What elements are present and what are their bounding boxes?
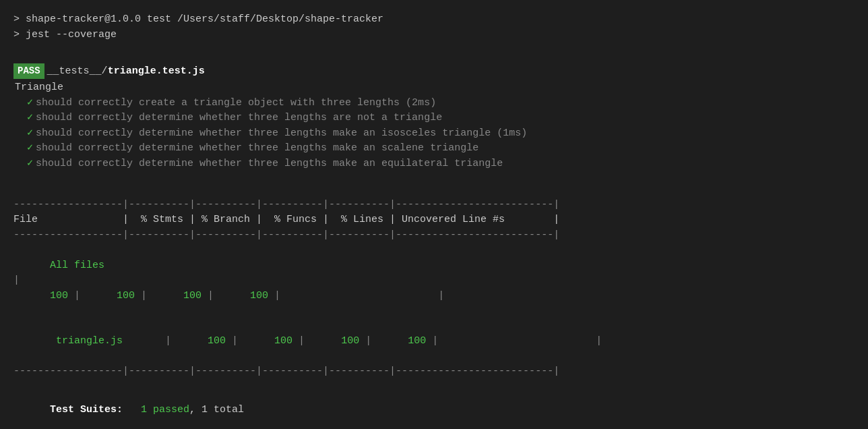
spacer-1	[13, 42, 855, 58]
suites-total: , 1 total	[189, 404, 244, 416]
command-line-2: > jest --coverage	[13, 28, 855, 43]
list-item: ✓should correctly create a triangle obje…	[13, 96, 855, 111]
check-icon-3: ✓	[27, 127, 33, 139]
trianglejs-label: triangle.js	[50, 335, 165, 347]
suites-spacer	[123, 404, 141, 416]
trianglejs-uncovered	[438, 335, 596, 347]
table-row-trianglejs: triangle.js | 100 | 100 | 100 | 100 | |	[13, 319, 855, 365]
test-desc-5: should correctly determine whether three…	[36, 158, 503, 169]
terminal-container: > shape-tracker@1.0.0 test /Users/staff/…	[13, 12, 855, 429]
summary-section: Test Suites: 1 passed, 1 total Tests: 5 …	[13, 388, 855, 430]
table-row-allfiles: All files | 100 | 100 | 100 | 100 | |	[13, 243, 855, 319]
list-item: ✓should correctly determine whether thre…	[13, 156, 855, 172]
test-file-name: triangle.test.js	[108, 65, 205, 77]
test-file-prefix: __tests__/	[47, 65, 108, 77]
command-line-1: > shape-tracker@1.0.0 test /Users/staff/…	[13, 12, 855, 28]
check-icon-4: ✓	[27, 142, 33, 154]
trianglejs-funcs: 100	[305, 335, 365, 347]
test-desc-3: should correctly determine whether three…	[36, 127, 527, 139]
table-separator-mid: ------------------|----------|----------…	[13, 228, 855, 244]
allfiles-lines: 100	[214, 290, 274, 302]
list-item: ✓should correctly determine whether thre…	[13, 141, 855, 156]
table-separator-bottom: ------------------|----------|----------…	[13, 364, 855, 380]
list-item: ✓should correctly determine whether thre…	[13, 126, 855, 142]
check-icon-2: ✓	[27, 112, 33, 123]
trianglejs-lines: 100	[371, 335, 432, 347]
allfiles-label: All files	[50, 260, 159, 271]
test-desc-1: should correctly create a triangle objec…	[36, 97, 436, 109]
allfiles-branch: 100	[80, 290, 141, 302]
allfiles-stmts: 100	[13, 290, 74, 302]
test-file-header: PASS__tests__/triangle.test.js	[13, 63, 855, 80]
test-desc-4: should correctly determine whether three…	[36, 142, 478, 154]
coverage-table: ------------------|----------|----------…	[13, 198, 855, 380]
allfiles-uncovered	[280, 290, 438, 302]
spacer-2	[13, 171, 855, 187]
allfiles-pipe1: |	[13, 273, 855, 289]
suite-title: Triangle	[13, 80, 855, 96]
allfiles-funcs: 100	[147, 290, 208, 302]
test-desc-2: should correctly determine whether three…	[36, 112, 442, 123]
check-icon-5: ✓	[27, 158, 33, 169]
table-header: File | % Stmts | % Branch | % Funcs | % …	[13, 212, 855, 228]
list-item: ✓should correctly determine whether thre…	[13, 111, 855, 126]
pass-badge: PASS	[13, 63, 44, 79]
trianglejs-stmts: 100	[171, 335, 232, 347]
suites-label: Test Suites:	[50, 404, 123, 416]
summary-suites: Test Suites: 1 passed, 1 total	[13, 388, 855, 430]
trianglejs-branch: 100	[238, 335, 299, 347]
suites-passed: 1 passed	[141, 404, 189, 416]
check-icon-1: ✓	[27, 97, 33, 109]
table-separator-top: ------------------|----------|----------…	[13, 198, 855, 213]
